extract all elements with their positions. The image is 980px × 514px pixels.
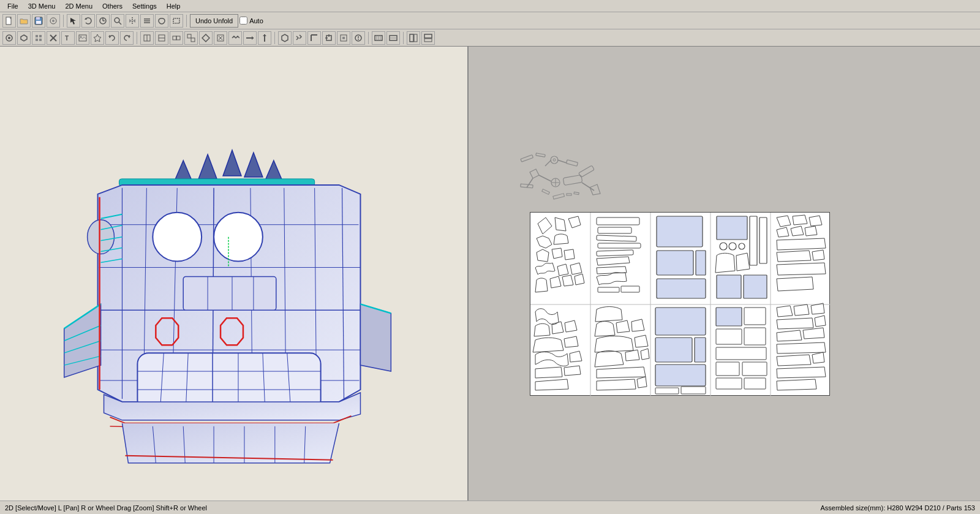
tb2-b13[interactable] (184, 31, 198, 45)
scattered-parts (518, 151, 591, 212)
svg-rect-161 (598, 243, 641, 248)
svg-rect-23 (36, 35, 38, 37)
menu-3d[interactable]: 3D Menu (23, 1, 61, 11)
svg-rect-159 (598, 227, 631, 233)
svg-marker-6 (70, 18, 76, 25)
rect-select-button[interactable] (170, 14, 183, 28)
tb2-b20[interactable] (293, 31, 306, 45)
tb2-b11[interactable] (155, 31, 168, 45)
reset-view-button[interactable] (96, 14, 110, 28)
svg-line-139 (539, 175, 551, 181)
svg-rect-165 (657, 216, 703, 247)
auto-checkbox-group: Auto (239, 17, 263, 25)
zoom-button[interactable] (111, 14, 124, 28)
svg-rect-143 (563, 175, 582, 185)
tb2-b16[interactable] (228, 31, 242, 45)
svg-rect-147 (553, 194, 565, 199)
tb2-b1[interactable] (2, 31, 16, 45)
svg-rect-138 (521, 184, 533, 188)
view3d[interactable] (0, 47, 469, 501)
svg-point-21 (8, 37, 10, 39)
svg-line-137 (527, 178, 533, 187)
status-right: Assembled size(mm): H280 W294 D210 / Par… (821, 504, 976, 512)
tb2-b7[interactable] (91, 31, 104, 45)
tb2-b27[interactable] (407, 31, 420, 45)
svg-rect-190 (716, 378, 742, 389)
svg-rect-178 (655, 338, 692, 362)
svg-rect-134 (567, 160, 578, 166)
svg-rect-128 (521, 155, 533, 162)
auto-label: Auto (249, 17, 263, 25)
svg-rect-189 (742, 362, 767, 376)
svg-marker-15 (133, 19, 135, 23)
svg-marker-51 (282, 34, 288, 42)
tb2-b26[interactable] (386, 31, 400, 45)
tb2-b24[interactable] (352, 31, 365, 45)
svg-rect-40 (176, 36, 180, 40)
menu-settings[interactable]: Settings (127, 1, 162, 11)
svg-rect-3 (36, 21, 41, 24)
svg-marker-156 (555, 217, 566, 231)
tb2-b10[interactable] (140, 31, 154, 45)
menu-help[interactable]: Help (162, 1, 186, 11)
svg-rect-169 (717, 216, 747, 240)
tb2-b12[interactable] (170, 31, 183, 45)
tb2-b28[interactable] (421, 31, 435, 45)
svg-point-91 (214, 213, 263, 262)
toolbar1: Undo Unfold Auto (0, 12, 980, 29)
new-button[interactable] (2, 14, 16, 28)
tb2-b3[interactable] (32, 31, 45, 45)
svg-rect-163 (598, 287, 619, 292)
svg-point-173 (729, 243, 736, 250)
svg-point-131 (553, 159, 556, 161)
mirror-button[interactable] (126, 14, 139, 28)
svg-rect-129 (536, 153, 545, 157)
tb2-redo-button[interactable] (120, 31, 134, 45)
svg-rect-26 (39, 39, 42, 41)
view2d[interactable] (469, 47, 980, 501)
svg-point-5 (52, 20, 55, 22)
svg-marker-136 (530, 169, 539, 178)
tb2-b14[interactable] (199, 31, 213, 45)
svg-rect-177 (655, 308, 706, 335)
tb2-b21[interactable] (307, 31, 321, 45)
tb2-b4[interactable] (47, 31, 60, 45)
lasso-button[interactable] (155, 14, 168, 28)
select-move-button[interactable] (67, 14, 80, 28)
lines-button[interactable] (140, 14, 154, 28)
svg-marker-32 (94, 34, 101, 42)
tb2-undo-button[interactable] (105, 31, 119, 45)
paper-layout (530, 212, 830, 396)
tb2-text-button[interactable]: T (61, 31, 75, 45)
undo-unfold-button[interactable]: Undo Unfold (190, 14, 238, 28)
tb2-image-button[interactable] (76, 31, 89, 45)
svg-rect-162 (597, 250, 633, 256)
settings-button[interactable] (47, 14, 60, 28)
rotate-button[interactable] (81, 14, 95, 28)
status-left: 2D [Select/Move] L [Pan] R or Wheel Drag… (5, 504, 207, 512)
svg-rect-191 (744, 378, 766, 389)
svg-point-31 (80, 36, 82, 37)
svg-point-172 (720, 243, 727, 250)
menu-file[interactable]: File (2, 1, 23, 11)
separator-3 (137, 32, 137, 44)
tb2-b22[interactable] (322, 31, 336, 45)
tb2-b23[interactable] (337, 31, 350, 45)
menu-others[interactable]: Others (97, 1, 127, 11)
tb2-b25[interactable] (372, 31, 385, 45)
svg-marker-22 (21, 35, 27, 41)
open-button[interactable] (17, 14, 31, 28)
svg-rect-166 (657, 251, 693, 275)
menu-2d[interactable]: 2D Menu (60, 1, 97, 11)
tb2-b19[interactable] (278, 31, 292, 45)
tb2-b15[interactable] (214, 31, 227, 45)
svg-rect-187 (716, 347, 766, 360)
svg-rect-180 (655, 365, 706, 386)
tb2-b2[interactable] (17, 31, 31, 45)
auto-checkbox[interactable] (239, 17, 247, 25)
tb2-b18[interactable] (258, 31, 271, 45)
save-button[interactable] (32, 14, 45, 28)
separator-4 (274, 32, 275, 44)
svg-rect-181 (655, 388, 679, 394)
tb2-b17[interactable] (243, 31, 257, 45)
